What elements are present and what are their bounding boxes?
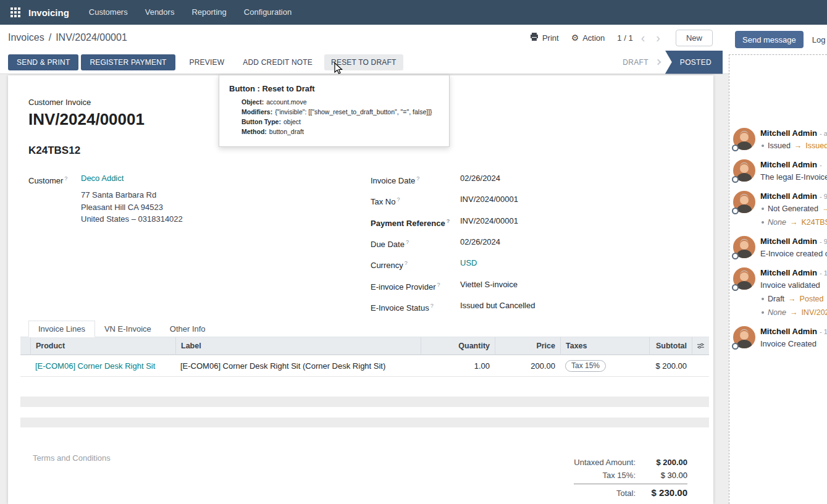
help-icon: ? bbox=[437, 282, 440, 288]
column-price[interactable]: Price bbox=[495, 337, 560, 355]
due-date-value[interactable]: 02/26/2024 bbox=[460, 236, 500, 248]
printer-icon bbox=[530, 33, 539, 43]
breadcrumb-invoices-link[interactable]: Invoices bbox=[8, 32, 44, 43]
tab-other-info[interactable]: Other Info bbox=[161, 321, 215, 337]
control-panel-actions: Print ⚙ Action 1 / 1 ‹ › New bbox=[530, 30, 713, 46]
apps-menu-icon[interactable] bbox=[7, 4, 23, 20]
preview-button[interactable]: PREVIEW bbox=[183, 54, 232, 70]
einvoice-provider-value[interactable]: Viettel S-invoice bbox=[460, 279, 518, 291]
column-label[interactable]: Label bbox=[175, 337, 421, 355]
add-credit-note-button[interactable]: ADD CREDIT NOTE bbox=[236, 54, 319, 70]
tracking-arrow-icon: → bbox=[790, 216, 798, 229]
help-icon: ? bbox=[430, 303, 434, 309]
tracking-change: Draft→Posted bbox=[760, 292, 827, 306]
reset-to-draft-button[interactable]: RESET TO DRAFT bbox=[324, 54, 403, 70]
payment-reference-value[interactable]: INV/2024/00001 bbox=[460, 215, 518, 227]
line-subtotal: $ 200.00 bbox=[649, 361, 692, 371]
invoice-line-row[interactable]: [E-COM06] Corner Desk Right Sit [E-COM06… bbox=[20, 355, 709, 377]
pager: 1 / 1 ‹ › bbox=[617, 32, 663, 44]
message-author: Mitchell Admin bbox=[760, 327, 817, 336]
new-button[interactable]: New bbox=[676, 30, 713, 46]
message-time: - 1 bbox=[820, 269, 827, 277]
tab-invoice-lines[interactable]: Invoice Lines bbox=[28, 321, 95, 337]
avatar bbox=[733, 128, 755, 150]
tracking-change: Issued→Issued but Cancelled bbox=[760, 139, 827, 153]
line-product-link[interactable]: [E-COM06] Corner Desk Right Sit bbox=[35, 361, 155, 371]
optional-columns-icon[interactable] bbox=[692, 337, 709, 355]
line-tax-badge[interactable]: Tax 15% bbox=[565, 360, 606, 372]
terms-placeholder[interactable]: Terms and Conditions bbox=[33, 453, 111, 463]
menu-customers[interactable]: Customers bbox=[80, 0, 136, 25]
column-quantity[interactable]: Quantity bbox=[421, 337, 495, 355]
lines-table-header: Product Label Quantity Price Taxes Subto… bbox=[20, 337, 709, 355]
line-price[interactable]: 200.00 bbox=[495, 361, 560, 371]
help-icon: ? bbox=[405, 260, 408, 266]
address-line: United States – 0318314022 bbox=[81, 213, 300, 225]
log-note-button[interactable]: Log note bbox=[812, 35, 827, 44]
tooltip-object: Object:account.move bbox=[241, 98, 439, 106]
presence-dot bbox=[732, 208, 739, 214]
column-product[interactable]: Product bbox=[30, 337, 175, 355]
tooltip-button-type: Button Type:object bbox=[241, 118, 439, 125]
avatar bbox=[733, 326, 755, 348]
message-body: The legal E-Invoice has been cancelled bbox=[760, 170, 827, 184]
avatar bbox=[733, 191, 755, 213]
help-icon: ? bbox=[64, 175, 67, 182]
tooltip-modifiers: Modifiers:{"invisible": [["show_reset_to… bbox=[241, 108, 439, 116]
invoice-number-title: INV/2024/00001 bbox=[28, 110, 145, 129]
message-body: Invoice Created bbox=[760, 337, 827, 351]
pager-previous-icon[interactable]: ‹ bbox=[638, 32, 649, 44]
field-einvoice-status: E-Invoice Status? Issued but Cancelled bbox=[371, 300, 707, 314]
pager-next-icon[interactable]: › bbox=[653, 32, 663, 44]
print-label: Print bbox=[542, 33, 559, 43]
action-label: Action bbox=[582, 33, 605, 43]
help-icon: ? bbox=[397, 196, 400, 203]
register-payment-button[interactable]: REGISTER PAYMENT bbox=[81, 54, 175, 70]
send-message-button[interactable]: Send message bbox=[735, 31, 804, 48]
invoice-fields: Invoice Date? 02/26/2024 Tax No? INV/202… bbox=[371, 172, 707, 321]
send-and-print-button[interactable]: SEND & PRINT bbox=[8, 54, 78, 70]
presence-dot bbox=[732, 343, 739, 350]
empty-line-row bbox=[20, 377, 709, 397]
document-type-label: Customer Invoice bbox=[28, 98, 91, 107]
message-author: Mitchell Admin bbox=[760, 268, 817, 277]
column-subtotal[interactable]: Subtotal bbox=[649, 337, 692, 355]
customer-link[interactable]: Deco Addict bbox=[81, 172, 124, 187]
breadcrumb-current: INV/2024/00001 bbox=[56, 32, 127, 43]
column-taxes[interactable]: Taxes bbox=[560, 337, 649, 355]
message-time: - 9 bbox=[820, 193, 827, 200]
field-einvoice-provider: E-invoice Provider? Viettel S-invoice bbox=[371, 279, 707, 293]
breadcrumb: Invoices / INV/2024/00001 bbox=[8, 32, 127, 43]
action-button[interactable]: ⚙ Action bbox=[571, 33, 605, 43]
form-statusbar: SEND & PRINT REGISTER PAYMENT PREVIEW AD… bbox=[0, 51, 729, 74]
list-stripes bbox=[20, 397, 709, 438]
help-icon: ? bbox=[447, 218, 450, 224]
menu-vendors[interactable]: Vendors bbox=[136, 0, 183, 25]
currency-value[interactable]: USD bbox=[460, 257, 477, 269]
state-chevron-icon bbox=[655, 59, 661, 65]
untaxed-amount-value: $ 200.00 bbox=[637, 456, 687, 469]
line-label[interactable]: [E-COM06] Corner Desk Right Sit (Corner … bbox=[175, 361, 421, 371]
state-draft[interactable]: DRAFT bbox=[615, 58, 656, 67]
tracking-change: None→INV/2024/00001 bbox=[760, 306, 827, 319]
message-author: Mitchell Admin bbox=[760, 160, 817, 169]
line-quantity[interactable]: 1.00 bbox=[421, 361, 495, 371]
invoice-date-value[interactable]: 02/26/2024 bbox=[460, 172, 500, 185]
help-icon: ? bbox=[416, 175, 419, 182]
avatar bbox=[733, 267, 755, 290]
tracking-arrow-icon: → bbox=[790, 306, 798, 319]
tax-label: Tax 15%: bbox=[603, 469, 636, 482]
print-button[interactable]: Print bbox=[530, 33, 559, 43]
tab-vn-einvoice[interactable]: VN E-Invoice bbox=[95, 321, 161, 337]
total-value: $ 230.00 bbox=[637, 486, 687, 499]
avatar bbox=[733, 159, 755, 182]
tooltip-method: Method:button_draft bbox=[241, 128, 439, 135]
message-time: - 1 bbox=[820, 328, 827, 335]
invoice-reference: K24TBS12 bbox=[28, 145, 80, 157]
menu-configuration[interactable]: Configuration bbox=[235, 0, 300, 25]
tax-no-value[interactable]: INV/2024/00001 bbox=[460, 193, 518, 206]
presence-dot bbox=[732, 253, 739, 259]
menu-reporting[interactable]: Reporting bbox=[183, 0, 235, 25]
app-name[interactable]: Invoicing bbox=[28, 7, 69, 18]
state-posted[interactable]: POSTED bbox=[665, 51, 723, 74]
